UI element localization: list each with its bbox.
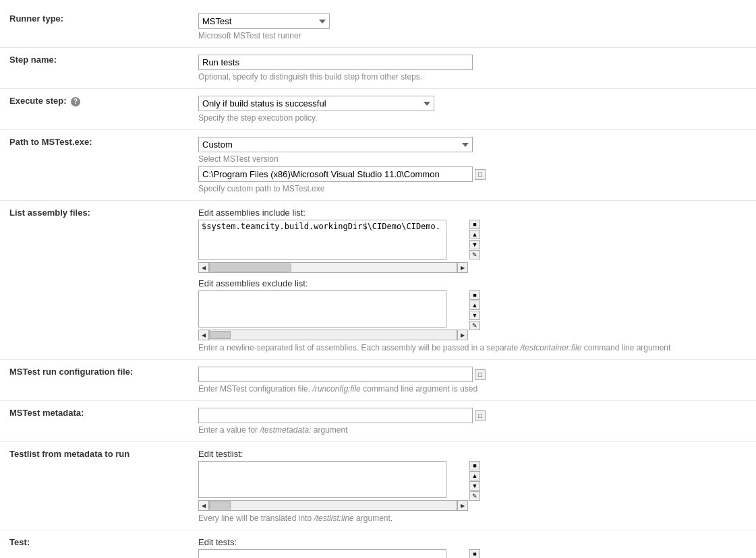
test-textarea[interactable] xyxy=(198,549,446,558)
runner-type-label: Runner type: xyxy=(9,13,63,24)
include-up-button[interactable]: ▲ xyxy=(469,230,480,239)
custom-path-hint: Specify custom path to MSTest.exe xyxy=(198,184,747,193)
testlist-scrollbar[interactable] xyxy=(209,500,457,511)
exclude-list-textarea[interactable] xyxy=(198,290,446,328)
step-name-input[interactable] xyxy=(198,55,473,70)
execute-step-label: Execute step: xyxy=(9,96,67,106)
step-name-hint: Optional, specify to distinguish this bu… xyxy=(198,72,747,82)
exclude-list-label: Edit assemblies exclude list: xyxy=(198,278,747,288)
testlist-hint: Every line will be translated into /test… xyxy=(198,514,747,523)
test-expand-button[interactable]: ■ xyxy=(469,549,480,558)
list-assembly-hint: Enter a newline-separated list of assemb… xyxy=(198,343,747,352)
mstest-metadata-input[interactable] xyxy=(198,408,473,423)
testlist-edit-button[interactable]: ✎ xyxy=(469,491,480,501)
execute-step-help-icon[interactable]: ? xyxy=(71,97,80,106)
mstest-config-label: MSTest run configuration file: xyxy=(9,367,133,377)
step-name-label: Step name: xyxy=(9,55,57,65)
scroll-right-icon[interactable]: ▶ xyxy=(457,262,468,273)
include-edit-button[interactable]: ✎ xyxy=(469,250,480,259)
exclude-down-button[interactable]: ▼ xyxy=(469,311,480,320)
testlist-scroll-left-icon[interactable]: ◀ xyxy=(198,500,209,511)
test-edit-label: Edit tests: xyxy=(198,537,747,547)
include-list-label: Edit assemblies include list: xyxy=(198,208,747,218)
include-scrollbar[interactable] xyxy=(209,262,457,273)
execute-step-select[interactable]: Only if build status is successful xyxy=(198,96,434,111)
list-assembly-label: List assembly files: xyxy=(9,208,90,218)
custom-path-input[interactable] xyxy=(198,166,473,182)
custom-path-expand-icon[interactable]: □ xyxy=(475,169,486,180)
path-mstest-label: Path to MSTest.exe: xyxy=(9,137,92,147)
mstest-config-expand-icon[interactable]: □ xyxy=(475,369,486,380)
exclude-expand-button[interactable]: ■ xyxy=(469,290,480,300)
mstest-config-hint: Enter MSTest configuration file. /runcon… xyxy=(198,384,747,394)
execute-step-hint: Specify the step execution policy. xyxy=(198,113,747,123)
testlist-expand-button[interactable]: ■ xyxy=(469,461,480,470)
mstest-config-input[interactable] xyxy=(198,367,473,382)
testlist-down-button[interactable]: ▼ xyxy=(469,481,480,491)
include-list-textarea[interactable]: $system.teamcity.build.workingDir$\CIDem… xyxy=(198,220,446,260)
excl-scroll-left-icon[interactable]: ◀ xyxy=(198,330,209,340)
mstest-metadata-hint: Enter a value for /testmetadata: argumen… xyxy=(198,425,747,435)
exclude-up-button[interactable]: ▲ xyxy=(469,301,480,310)
test-label: Test: xyxy=(9,537,30,547)
runner-type-hint: Microsoft MSTest test runner xyxy=(198,31,747,40)
include-expand-button[interactable]: ■ xyxy=(469,220,480,229)
path-mstest-hint: Select MSTest version xyxy=(198,154,747,164)
runner-type-select[interactable]: MSTest xyxy=(198,13,330,29)
mstest-metadata-expand-icon[interactable]: □ xyxy=(475,410,486,421)
testlist-label: Testlist from metadata to run xyxy=(9,449,129,459)
mstest-metadata-label: MSTest metadata: xyxy=(9,408,84,418)
testlist-edit-label: Edit testlist: xyxy=(198,449,747,459)
path-mstest-select[interactable]: Custom xyxy=(198,137,473,152)
scroll-left-icon[interactable]: ◀ xyxy=(198,262,209,273)
testlist-scroll-right-icon[interactable]: ▶ xyxy=(457,500,468,511)
excl-scroll-right-icon[interactable]: ▶ xyxy=(457,330,468,340)
exclude-scrollbar[interactable] xyxy=(209,330,457,340)
include-down-button[interactable]: ▼ xyxy=(469,240,480,249)
testlist-textarea[interactable] xyxy=(198,461,446,498)
exclude-edit-button[interactable]: ✎ xyxy=(469,321,480,330)
testlist-up-button[interactable]: ▲ xyxy=(469,471,480,480)
